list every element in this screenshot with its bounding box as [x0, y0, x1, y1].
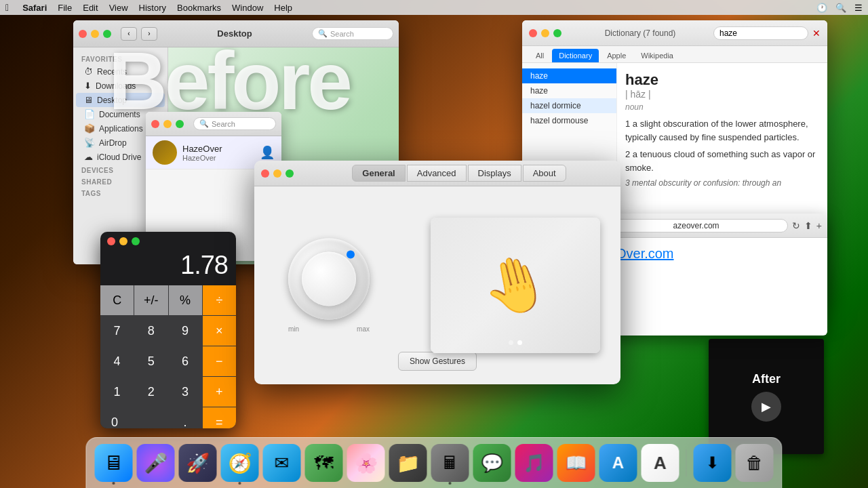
hazeover-minimize[interactable] [163, 120, 172, 128]
calc-btn-9[interactable]: 9 [169, 316, 202, 346]
dock-icon-messages[interactable]: 💬 [473, 444, 511, 482]
dock-icon-appstore[interactable]: A [599, 444, 637, 482]
hazeover-search-icon: 🔍 [199, 119, 209, 128]
safari-url-bar[interactable]: azeover.com [604, 219, 787, 232]
brightness-knob[interactable] [288, 239, 370, 320]
prefs-tab-advanced[interactable]: Advanced [407, 165, 467, 182]
dict-list-item-haze2[interactable]: haze [522, 83, 616, 98]
dict-title: Dictionary (7 found) [605, 28, 676, 38]
dict-list-item-haze1[interactable]: haze [522, 68, 616, 83]
show-gestures-button[interactable]: Show Gestures [398, 352, 477, 371]
dock-icon-trash[interactable]: 🗑 [736, 444, 774, 482]
calc-btn-6[interactable]: 6 [169, 346, 202, 376]
calc-minimize[interactable] [119, 237, 127, 245]
hand-gesture-image: 🤚 [475, 246, 557, 325]
dict-maximize-button[interactable] [553, 29, 561, 37]
prefs-close-button[interactable] [261, 169, 269, 178]
control-center-icon[interactable]: ☰ [854, 3, 863, 13]
menu-edit[interactable]: Edit [83, 3, 98, 13]
calc-btn-3[interactable]: 3 [169, 377, 202, 407]
apple-menu-icon[interactable]:  [5, 2, 9, 13]
dock-icon-siri[interactable]: 🎤 [137, 444, 175, 482]
calc-btn-add[interactable]: + [203, 377, 236, 407]
calc-running-dot [449, 482, 452, 485]
menu-window[interactable]: Window [232, 3, 263, 13]
menu-bookmarks[interactable]: Bookmarks [177, 3, 221, 13]
safari-action-buttons: ↻ ⬆ + [792, 220, 822, 231]
calc-maximize[interactable] [132, 237, 140, 245]
video-play-button[interactable]: ▶ [751, 392, 781, 422]
dict-list-item-hazel-dormouse[interactable]: hazel dormouse [522, 113, 616, 128]
dict-toolbar: Dictionary (7 found) ✕ [522, 20, 827, 46]
hazeover-close[interactable] [151, 120, 159, 128]
dock-icon-music[interactable]: 🎵 [515, 444, 553, 482]
menu-file[interactable]: File [58, 3, 72, 13]
calc-btn-sign[interactable]: +/- [134, 285, 167, 315]
calc-btn-2[interactable]: 2 [134, 377, 167, 407]
calc-btn-4[interactable]: 4 [100, 346, 134, 376]
calc-btn-clear[interactable]: C [100, 285, 134, 315]
calc-btn-8[interactable]: 8 [134, 316, 167, 346]
prefs-zoom-button[interactable] [285, 169, 294, 178]
dict-list-item-hazel-dormice[interactable]: hazel dormice [522, 98, 616, 113]
dock-icon-maps[interactable]: 🗺 [305, 444, 343, 482]
calc-dock-icon: 🖩 [441, 453, 459, 474]
prefs-preview-pane: 🤚 [431, 218, 600, 353]
dock-icon-rocket-typist[interactable]: 🚀 [179, 444, 217, 482]
dict-search-input[interactable] [713, 26, 808, 40]
video-label: After [752, 372, 781, 386]
menu-bar:  Safari File Edit View History Bookmark… [0, 0, 868, 15]
dock-icon-books[interactable]: 📖 [557, 444, 595, 482]
calc-btn-decimal[interactable]: . [169, 407, 202, 428]
spotlight-icon[interactable]: 🔍 [835, 3, 846, 13]
prefs-tab-displays[interactable]: Displays [468, 165, 521, 182]
dock-icon-fontbook[interactable]: A [642, 444, 679, 482]
dock-icon-safari[interactable]: 🧭 [221, 444, 259, 482]
safari-reload-icon[interactable]: ↻ [792, 220, 800, 231]
calc-btn-0[interactable]: 0 [100, 407, 168, 428]
prefs-tabs: General Advanced Displays About [304, 165, 614, 182]
calc-btn-multiply[interactable]: × [203, 316, 236, 346]
calc-btn-equals[interactable]: = [203, 407, 236, 428]
close-button[interactable] [79, 30, 87, 38]
books-dock-icon: 📖 [566, 453, 587, 474]
calc-btn-7[interactable]: 7 [100, 316, 134, 346]
calc-btn-divide[interactable]: ÷ [203, 285, 236, 315]
menu-help[interactable]: Help [274, 3, 292, 13]
prefs-tab-about[interactable]: About [523, 165, 566, 182]
prefs-tab-general[interactable]: General [352, 165, 405, 182]
hazeover-maximize[interactable] [176, 120, 184, 128]
finder-running-dot [113, 482, 115, 485]
calc-btn-1[interactable]: 1 [100, 377, 134, 407]
dict-tab-apple[interactable]: Apple [600, 49, 633, 62]
dock-icon-calculator[interactable]: 🖩 [431, 444, 469, 482]
dict-tab-all[interactable]: All [529, 49, 551, 62]
dock-icon-finder[interactable]: 🖥 [95, 444, 133, 482]
calc-buttons: C +/- % ÷ 7 8 9 × 4 5 6 − 1 2 3 + 0 . = [100, 285, 236, 428]
hazeover-search-box[interactable]: 🔍 Search [193, 117, 276, 130]
minimize-button[interactable] [91, 30, 99, 38]
calc-btn-subtract[interactable]: − [203, 346, 236, 376]
dict-clear-button[interactable]: ✕ [812, 28, 821, 39]
dict-pos: noun [625, 102, 819, 112]
dock-icon-photos[interactable]: 🌸 [347, 444, 385, 482]
calc-close[interactable] [107, 237, 115, 245]
calc-btn-5[interactable]: 5 [134, 346, 167, 376]
dict-tab-dictionary[interactable]: Dictionary [552, 49, 599, 62]
safari-new-tab-icon[interactable]: + [816, 220, 822, 231]
dock-icon-mail[interactable]: ✉ [263, 444, 301, 482]
hazeover-subtitle: HazeOver [182, 154, 222, 162]
calc-btn-percent[interactable]: % [169, 285, 202, 315]
dict-close-button[interactable] [529, 29, 537, 37]
dock-icon-downloads-folder[interactable]: ⬇ [694, 444, 732, 482]
menu-history[interactable]: History [139, 3, 166, 13]
dict-minimize-button[interactable] [541, 29, 549, 37]
menu-view[interactable]: View [109, 3, 128, 13]
app-menu-safari[interactable]: Safari [22, 3, 47, 13]
dict-tab-wikipedia[interactable]: Wikipedia [634, 49, 680, 62]
prefs-minimize-button[interactable] [273, 169, 281, 178]
safari-share-icon[interactable]: ⬆ [804, 220, 812, 231]
dock-icon-files[interactable]: 📁 [389, 444, 427, 482]
hazeover-user-info: HazeOver HazeOver [182, 144, 222, 162]
traffic-lights [79, 30, 111, 38]
